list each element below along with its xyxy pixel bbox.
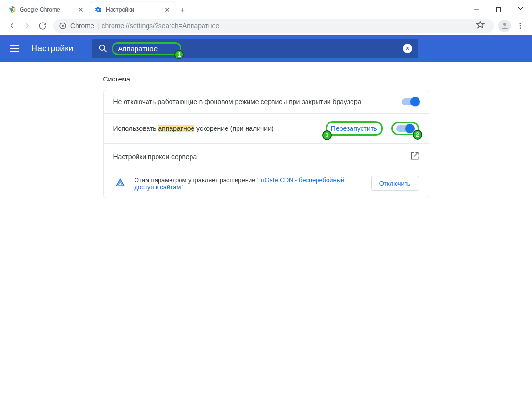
tab-title: Настройки xyxy=(106,6,163,13)
tab-settings[interactable]: Настройки ✕ xyxy=(90,2,176,17)
annotation-badge-3: 3 xyxy=(322,130,332,140)
row-extension-notice: Этим параметром управляет расширение "fr… xyxy=(104,169,429,198)
svg-point-10 xyxy=(520,25,521,26)
bookmark-icon[interactable] xyxy=(476,21,488,31)
svg-point-9 xyxy=(520,23,521,24)
url-path: chrome://settings/?search=Аппаратное xyxy=(102,22,219,30)
profile-button[interactable] xyxy=(497,18,512,34)
svg-line-13 xyxy=(104,50,107,52)
restart-button[interactable]: Перезапустить xyxy=(331,125,377,132)
reload-button[interactable] xyxy=(35,18,50,34)
tab-google-chrome[interactable]: Google Chrome ✕ xyxy=(3,2,90,17)
extension-notice-text: Этим параметром управляет расширение "fr… xyxy=(135,176,363,191)
toolbar: Chrome | chrome://settings/?search=Аппар… xyxy=(0,17,532,35)
restart-annotation: Перезапустить 3 xyxy=(326,121,383,136)
row-background-services: Не отключать работающие в фоновом режиме… xyxy=(104,90,429,113)
window-controls xyxy=(465,2,532,17)
extension-icon xyxy=(113,177,127,190)
back-button[interactable] xyxy=(4,18,20,34)
tab-strip: Google Chrome ✕ Настройки ✕ + xyxy=(0,0,465,17)
search-input[interactable] xyxy=(118,45,175,53)
forward-button[interactable] xyxy=(20,18,35,34)
gear-icon xyxy=(94,6,102,13)
annotation-badge-2: 2 xyxy=(413,130,422,140)
row-label: Не отключать работающие в фоновом режиме… xyxy=(113,98,402,105)
chrome-icon xyxy=(8,6,16,13)
row-label: Настройки прокси-сервера xyxy=(113,153,410,161)
row-hardware-acceleration: Использовать аппаратное ускорение (при н… xyxy=(104,113,429,143)
svg-rect-3 xyxy=(497,8,501,12)
svg-point-8 xyxy=(503,23,506,26)
minimize-button[interactable] xyxy=(465,2,487,17)
row-proxy-settings[interactable]: Настройки прокси-сервера xyxy=(104,143,429,169)
avatar-icon xyxy=(498,20,511,32)
menu-button[interactable] xyxy=(512,18,528,34)
search-icon xyxy=(98,44,108,53)
toggle-hardware-acceleration[interactable] xyxy=(396,125,414,132)
settings-search[interactable]: 1 ✕ xyxy=(92,39,418,58)
clear-search-button[interactable]: ✕ xyxy=(403,44,412,53)
toggle-annotation: 2 xyxy=(391,122,419,135)
settings-content: Система Не отключать работающие в фоново… xyxy=(0,62,532,407)
browser-window: Google Chrome ✕ Настройки ✕ + xyxy=(0,0,532,407)
new-tab-button[interactable]: + xyxy=(176,3,189,17)
svg-point-11 xyxy=(520,27,521,29)
section-title: Система xyxy=(103,75,429,83)
disable-extension-button[interactable]: Отключить xyxy=(371,176,419,191)
search-highlight: аппаратное xyxy=(158,125,195,132)
row-label: Использовать аппаратное ускорение (при н… xyxy=(113,125,326,132)
url-host: Chrome xyxy=(70,22,94,30)
titlebar: Google Chrome ✕ Настройки ✕ + xyxy=(0,0,532,17)
annotation-badge-1: 1 xyxy=(174,50,184,59)
close-icon[interactable]: ✕ xyxy=(163,6,171,13)
address-bar[interactable]: Chrome | chrome://settings/?search=Аппар… xyxy=(53,19,494,33)
chrome-page-icon xyxy=(59,22,67,30)
maximize-button[interactable] xyxy=(487,2,509,17)
toggle-background-services[interactable] xyxy=(402,98,419,105)
external-link-icon xyxy=(410,151,419,162)
system-card: Не отключать работающие в фоновом режиме… xyxy=(103,90,429,198)
settings-header: Настройки 1 ✕ xyxy=(0,35,532,62)
close-window-button[interactable] xyxy=(509,2,532,17)
settings-title: Настройки xyxy=(31,44,73,54)
svg-point-7 xyxy=(62,25,64,27)
hamburger-icon[interactable] xyxy=(10,43,22,54)
tab-title: Google Chrome xyxy=(20,6,77,13)
search-highlight-pill: 1 xyxy=(112,42,181,55)
close-icon[interactable]: ✕ xyxy=(77,6,85,13)
svg-point-12 xyxy=(100,45,105,51)
